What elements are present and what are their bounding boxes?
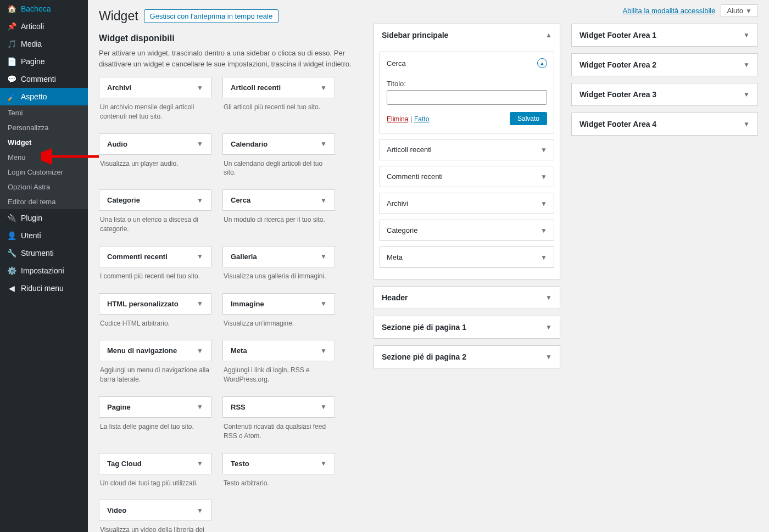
menu-riduci[interactable]: ◀Riduci menu [0,279,88,297]
submenu-widget[interactable]: Widget [0,135,88,150]
available-widget[interactable]: Calendario▼ [222,133,335,155]
menu-bacheca[interactable]: 🏠Bacheca [0,0,88,18]
pin-icon: 📌 [7,22,16,31]
widget-description: Visualizza un video della libreria dei m… [99,521,211,532]
widget-name: Immagine [231,300,264,308]
widget-description: Un calendario degli articoli del tuo sit… [222,155,335,184]
menu-strumenti[interactable]: 🔧Strumenti [0,244,88,262]
available-widget[interactable]: Audio▼ [99,133,211,155]
widget-collapsed-header[interactable]: Archivi▼ [380,193,554,214]
done-widget-link[interactable]: Fatto [414,115,429,123]
menu-articoli[interactable]: 📌Articoli [0,18,88,35]
area-header[interactable]: Sezione pié di pagina 2▼ [374,346,560,368]
tools-icon: 🔧 [7,249,16,257]
widget-name: Commenti recenti [107,253,168,261]
menu-impostazioni[interactable]: ⚙️Impostazioni [0,262,88,279]
chevron-down-icon: ▼ [320,460,327,467]
available-widgets-heading: Widget disponibili [99,33,363,43]
widget-description: Aggiungi un menu di navigazione alla bar… [99,361,211,391]
accessible-mode-link[interactable]: Abilita la modalità accessibile [622,7,715,15]
chevron-down-icon: ▼ [545,294,552,301]
available-widget[interactable]: Cerca▼ [222,189,335,211]
widget-collapsed-header[interactable]: Commenti recenti▼ [380,166,554,187]
submenu-personalizza[interactable]: Personalizza [0,120,88,135]
comment-icon: 💬 [7,75,16,83]
page-icon: 📄 [7,57,16,66]
chevron-down-icon: ▼ [320,84,327,92]
chevron-down-icon: ▼ [743,120,750,128]
collapse-icon: ◀ [7,284,16,293]
menu-media[interactable]: 🎵Media [0,35,88,53]
menu-aspetto[interactable]: 🖌️Aspetto [0,88,88,105]
submenu-temi[interactable]: Temi [0,105,88,120]
widget-description: Un cloud dei tuoi tag più utilizzati. [99,474,211,495]
widget-area-collapsed: Widget Footer Area 3▼ [571,83,758,106]
widget-collapsed-header[interactable]: Meta▼ [380,247,554,267]
available-widget[interactable]: Tag Cloud▼ [99,453,211,474]
chevron-down-icon: ▼ [320,253,327,260]
chevron-down-icon: ▼ [745,7,752,15]
chevron-down-icon: ▼ [743,31,750,39]
plug-icon: 🔌 [7,214,16,222]
area-header-sidebar-principale[interactable]: Sidebar principale ▲ [374,24,560,46]
available-widget[interactable]: Video▼ [99,500,211,521]
area-header[interactable]: Widget Footer Area 3▼ [572,83,757,105]
widget-name: Cerca [231,196,250,204]
widget-description: Gli articoli più recenti nel tuo sito. [222,98,335,119]
available-widget[interactable]: Galleria▼ [222,246,335,267]
widget-description: La lista delle pagine del tuo sito. [99,418,211,438]
save-widget-button[interactable]: Salvato [510,112,547,125]
widget-name: RSS [231,403,246,411]
available-widget[interactable]: Archivi▼ [99,77,211,98]
area-header[interactable]: Widget Footer Area 4▼ [572,113,757,135]
widget-area-collapsed: Widget Footer Area 2▼ [571,53,758,76]
menu-plugin[interactable]: 🔌Plugin [0,209,88,227]
available-widget[interactable]: Menu di navigazione▼ [99,340,211,361]
widget-name: Testo [231,460,249,468]
widget-collapsed: Meta▼ [380,247,554,268]
live-preview-button[interactable]: Gestisci con l'anteprima in tempo reale [144,9,279,23]
page-title: Widget [99,9,138,24]
chevron-down-icon: ▼ [320,300,327,307]
widget-cerca-header[interactable]: Cerca ▲ [380,52,554,74]
widget-collapsed-header[interactable]: Articoli recenti▼ [380,139,554,160]
widget-area-collapsed: Widget Footer Area 1▼ [571,24,758,47]
submenu-menu[interactable]: Menu [0,150,88,165]
area-header[interactable]: Widget Footer Area 1▼ [572,24,757,46]
available-widget[interactable]: Testo▼ [222,453,335,474]
input-label-titolo: Titolo: [387,80,547,88]
chevron-down-icon: ▼ [197,403,203,411]
submenu-login-customizer[interactable]: Login Customizer [0,165,88,180]
delete-widget-link[interactable]: Elimina [387,115,408,123]
help-button[interactable]: Aiuto▼ [721,4,758,17]
available-widget[interactable]: Articoli recenti▼ [222,77,335,98]
submenu-editor-tema[interactable]: Editor del tema [0,194,88,209]
chevron-down-icon: ▼ [197,253,203,260]
menu-pagine[interactable]: 📄Pagine [0,53,88,70]
available-widget[interactable]: Pagine▼ [99,396,211,418]
widget-name: Video [107,506,126,514]
area-header[interactable]: Widget Footer Area 2▼ [572,54,757,76]
menu-commenti[interactable]: 💬Commenti [0,70,88,88]
chevron-down-icon: ▼ [540,200,547,208]
available-widget[interactable]: HTML personalizzato▼ [99,293,211,315]
menu-utenti[interactable]: 👤Utenti [0,227,88,244]
available-widget[interactable]: Meta▼ [222,340,335,361]
available-widget[interactable]: RSS▼ [222,396,335,418]
available-widget[interactable]: Immagine▼ [222,293,335,315]
widget-collapsed-header[interactable]: Categorie▼ [380,220,554,240]
chevron-down-icon: ▼ [540,146,547,154]
chevron-down-icon: ▼ [743,91,750,98]
widget-description: I commenti più recenti nel tuo sito. [99,267,211,288]
available-widget[interactable]: Commenti recenti▼ [99,246,211,267]
submenu-opzioni-astra[interactable]: Opzioni Astra [0,180,88,194]
widget-collapsed: Commenti recenti▼ [380,166,554,187]
available-widget[interactable]: Categorie▼ [99,189,211,211]
widget-title-input[interactable] [387,90,547,105]
area-header[interactable]: Header▼ [374,287,560,309]
available-widgets-desc: Per attivare un widget, trascinalo dentr… [99,48,363,69]
area-header[interactable]: Sezione pié di pagina 1▼ [374,316,560,338]
widget-description: Una lista o un elenco a discesa di categ… [99,211,211,240]
users-icon: 👤 [7,231,16,240]
widget-description: Codice HTML arbitrario. [99,315,211,335]
